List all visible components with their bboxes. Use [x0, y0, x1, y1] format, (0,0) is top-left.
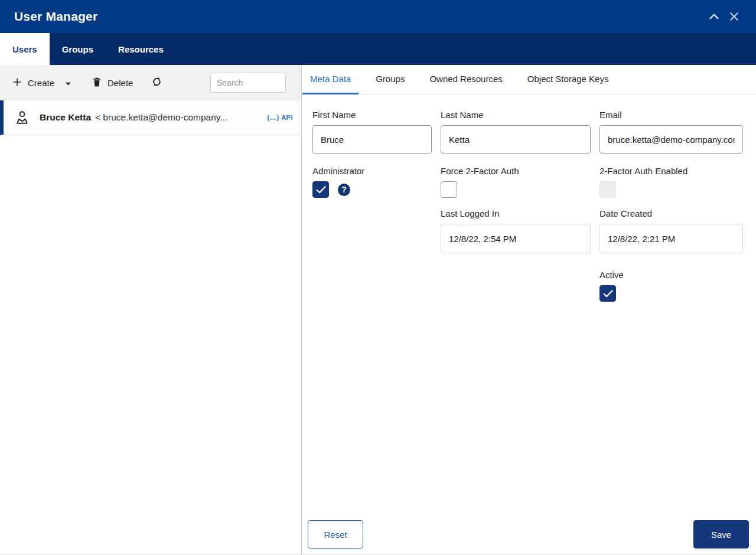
date-created-label: Date Created [599, 208, 743, 218]
window-title: User Manager [14, 9, 97, 24]
administrator-label: Administrator [312, 166, 432, 176]
empty-cell [441, 270, 591, 302]
active-group: Active [599, 270, 743, 302]
api-badge[interactable]: {…} API [267, 114, 293, 121]
tab-groups[interactable]: Groups [368, 65, 412, 94]
last-name-field[interactable] [441, 125, 591, 154]
administrator-checkbox[interactable] [312, 181, 329, 198]
reset-button[interactable]: Reset [308, 520, 363, 549]
user-detail-panel: Meta Data Groups Owned Resources Object … [302, 65, 756, 554]
user-list-item[interactable]: Bruce Ketta < bruce.ketta@demo-company..… [0, 100, 301, 135]
tfa-enabled-row [599, 181, 743, 198]
delete-button[interactable]: Delete [92, 76, 133, 89]
save-button[interactable]: Save [693, 520, 749, 549]
user-list-panel: Create Delete [0, 65, 302, 554]
last-name-label: Last Name [441, 110, 591, 120]
date-created-value: 12/8/22, 2:21 PM [608, 234, 675, 244]
trash-icon [92, 76, 102, 89]
force-2fa-group: Force 2-Factor Auth Last Logged In 12/8/… [441, 166, 591, 253]
user-email-preview: < bruce.ketta@demo-company... [95, 112, 227, 123]
first-name-label: First Name [312, 110, 432, 120]
detail-tab-bar: Meta Data Groups Owned Resources Object … [302, 65, 756, 94]
list-toolbar: Create Delete [0, 65, 301, 100]
first-name-group: First Name [312, 110, 432, 154]
form-row-names: First Name Last Name Email [312, 110, 744, 154]
user-name: Bruce Ketta [40, 112, 91, 123]
active-checkbox[interactable] [599, 285, 616, 302]
force-2fa-label: Force 2-Factor Auth [441, 166, 591, 176]
tfa-enabled-label: 2-Factor Auth Enabled [599, 166, 743, 176]
delete-button-label: Delete [107, 78, 133, 88]
help-icon[interactable]: ? [338, 184, 350, 196]
email-field[interactable] [599, 125, 743, 154]
administrator-group: Administrator ? [312, 166, 432, 253]
collapse-button[interactable] [704, 6, 724, 27]
nav-tab-groups[interactable]: Groups [50, 33, 106, 65]
title-bar: User Manager [0, 0, 756, 33]
close-button[interactable] [724, 6, 744, 27]
email-group: Email [599, 110, 743, 154]
tab-owned-resources[interactable]: Owned Resources [422, 65, 510, 94]
last-logged-in-label: Last Logged In [441, 208, 591, 218]
nav-tab-resources[interactable]: Resources [106, 33, 176, 65]
tfa-enabled-checkbox [599, 181, 616, 198]
administrator-row: ? [312, 181, 432, 198]
email-label: Email [599, 110, 743, 120]
first-name-field[interactable] [312, 125, 432, 154]
active-label: Active [599, 270, 743, 280]
refresh-button[interactable] [151, 76, 163, 90]
tab-meta-data[interactable]: Meta Data [302, 65, 359, 94]
user-manager-window: User Manager Users Groups Resources [0, 0, 756, 555]
form-row-flags: Administrator ? Force 2-Factor Auth [312, 166, 744, 253]
tfa-enabled-group: 2-Factor Auth Enabled Date Created 12/8/… [599, 166, 743, 253]
main-content: Create Delete [0, 65, 756, 554]
tab-object-storage-keys[interactable]: Object Storage Keys [520, 65, 617, 94]
meta-data-form: First Name Last Name Email Admi [302, 94, 756, 554]
plus-icon [12, 77, 22, 89]
close-icon [728, 11, 740, 22]
force-2fa-row [441, 181, 591, 198]
caret-down-icon [65, 78, 71, 88]
create-button-label: Create [28, 78, 54, 88]
refresh-icon [151, 76, 163, 90]
search-input[interactable] [210, 73, 286, 93]
user-list: Bruce Ketta < bruce.ketta@demo-company..… [0, 100, 301, 554]
last-name-group: Last Name [441, 110, 591, 154]
last-logged-in-value: 12/8/22, 2:54 PM [449, 234, 516, 244]
person-icon [14, 110, 30, 126]
form-actions: Reset Save [302, 520, 756, 549]
force-2fa-checkbox[interactable] [441, 181, 457, 198]
empty-cell [312, 270, 432, 302]
last-logged-in-field: 12/8/22, 2:54 PM [441, 224, 591, 253]
create-button[interactable]: Create [12, 77, 71, 89]
form-row-active: Active [312, 270, 744, 302]
nav-tab-users[interactable]: Users [0, 33, 50, 65]
main-nav-bar: Users Groups Resources [0, 33, 756, 65]
date-created-field: 12/8/22, 2:21 PM [599, 224, 743, 253]
chevron-up-icon [708, 10, 721, 23]
